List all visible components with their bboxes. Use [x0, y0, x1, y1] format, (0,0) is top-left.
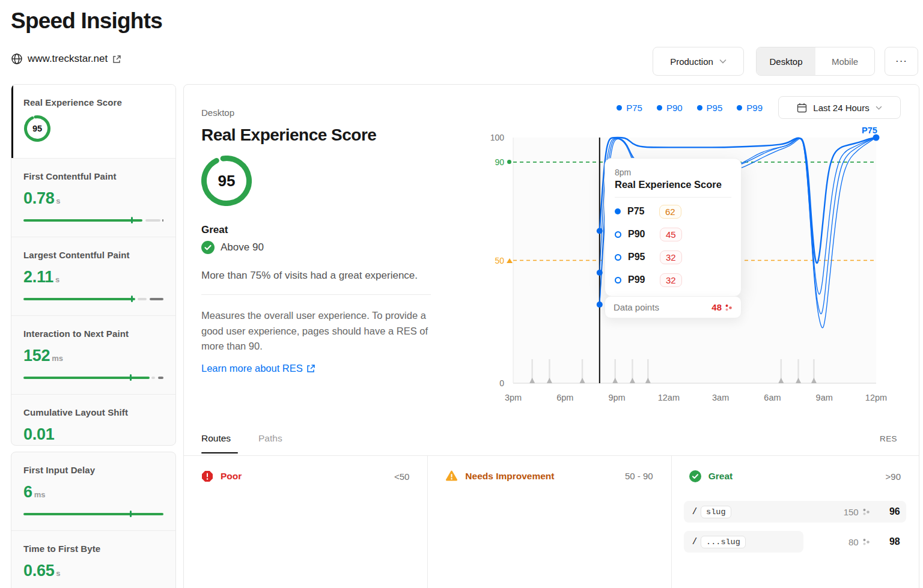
- tooltip-row-p95: P95 32: [615, 246, 731, 268]
- site-domain: www.treckstar.net: [28, 53, 108, 65]
- divider: [201, 294, 431, 295]
- data-points-pill: Data points 48: [605, 296, 742, 318]
- legend-item-p99[interactable]: P99: [737, 103, 763, 113]
- svg-text:95: 95: [32, 124, 42, 133]
- metric-label: Real Experience Score: [23, 97, 163, 108]
- tab-routes[interactable]: Routes: [201, 433, 231, 444]
- legend-dot: [737, 105, 742, 111]
- x-tick-label: 6am: [764, 393, 781, 402]
- category-range: >90: [886, 471, 901, 482]
- category-range: <50: [394, 471, 409, 482]
- res-column-label: RES: [880, 434, 897, 443]
- page-title: Speed Insights: [11, 8, 162, 34]
- poor-octagon-icon: [201, 470, 213, 482]
- sidebar-item-res[interactable]: Real Experience Score 95: [11, 85, 175, 158]
- category-poor: Poor <50: [184, 456, 428, 588]
- category-needs-improvement: Needs Improvement 50 - 90: [428, 456, 671, 588]
- x-tick-label: 9am: [816, 393, 833, 402]
- tooltip-row-p90: P90 45: [615, 223, 731, 246]
- res-score-ring: 95: [23, 115, 163, 145]
- chart-header: P75 P90 P95 P99 Last 24 Hours: [617, 96, 901, 119]
- category-great: Great >90 / slug 150 96: [672, 456, 919, 588]
- legend-dot: [697, 105, 702, 111]
- metric-unit: ms: [34, 490, 46, 499]
- sidebar-item-fcp[interactable]: First Contentful Paint 0.78s: [11, 158, 175, 237]
- tooltip-title: Real Experience Score: [615, 179, 731, 190]
- x-tick-label: 12pm: [865, 393, 887, 402]
- speed-insights-page: Speed Insights www.treckstar.net Product…: [0, 0, 923, 588]
- x-tick-label: 3am: [712, 393, 729, 402]
- green-threshold-dot: [507, 160, 511, 164]
- metric-value: 0.01: [23, 425, 54, 444]
- device-context-label: Desktop: [201, 108, 234, 118]
- divider: [615, 197, 731, 198]
- calendar-icon: [797, 103, 807, 113]
- external-link-icon: [306, 364, 315, 373]
- sidebar-item-ttfb[interactable]: Time to First Byte 0.65s: [11, 530, 175, 588]
- route-score: 96: [874, 506, 900, 517]
- metrics-sidebar: Real Experience Score 95 First Contentfu…: [11, 84, 176, 446]
- metric-unit: ms: [52, 354, 63, 363]
- sidebar-item-cls[interactable]: Cumulative Layout Shift 0.01: [11, 394, 175, 446]
- route-row-slug[interactable]: / slug 150 96: [684, 501, 906, 523]
- device-toggle-desktop[interactable]: Desktop: [757, 47, 815, 75]
- chevron-down-icon: [876, 106, 882, 110]
- sidebar-item-lcp[interactable]: Largest Contentful Paint 2.11s: [11, 237, 175, 315]
- svg-text:95: 95: [218, 172, 236, 190]
- metric-label: Interaction to Next Paint: [23, 329, 163, 339]
- route-count: 150: [844, 507, 859, 517]
- device-toggle-mobile[interactable]: Mobile: [815, 47, 874, 75]
- sidebar-item-fid[interactable]: First Input Delay 6ms: [11, 452, 175, 530]
- y-tick-label: 100: [480, 133, 504, 142]
- metric-threshold-bar: [23, 295, 163, 302]
- category-label: Needs Improvement: [465, 471, 554, 482]
- legend-item-p90[interactable]: P90: [657, 103, 683, 113]
- metric-label: First Contentful Paint: [23, 171, 163, 181]
- metric-threshold-bar: [23, 510, 163, 517]
- more-options-button[interactable]: ···: [885, 47, 918, 76]
- metric-value: 6: [23, 483, 32, 502]
- warning-triangle-icon: [445, 470, 458, 482]
- legend-dot: [657, 105, 662, 111]
- x-tick-label: 6pm: [556, 393, 573, 402]
- category-label: Poor: [221, 471, 242, 482]
- environment-select[interactable]: Production: [653, 47, 744, 76]
- tab-paths[interactable]: Paths: [258, 433, 282, 444]
- route-score: 98: [874, 536, 900, 547]
- series-dot-filled: [615, 208, 621, 214]
- metric-value: 2.11: [23, 268, 53, 286]
- rating-label: Great: [201, 224, 228, 236]
- routes-paths-tabs: Routes Paths RES: [184, 421, 919, 456]
- environment-label: Production: [670, 56, 713, 67]
- tooltip-row-p99: P99 32: [615, 268, 731, 291]
- device-toggle: Desktop Mobile: [756, 47, 875, 76]
- time-range-select[interactable]: Last 24 Hours: [778, 96, 901, 119]
- metrics-sidebar-secondary: First Input Delay 6ms Time to First Byte…: [11, 452, 176, 588]
- series-dot-hollow: [615, 254, 621, 261]
- legend-item-p95[interactable]: P95: [697, 103, 723, 113]
- data-points-count: 48: [711, 302, 722, 312]
- series-dot-hollow: [615, 277, 621, 283]
- x-tick-label: 9pm: [608, 393, 625, 402]
- active-tab-underline: [201, 452, 238, 453]
- route-row-catchall-slug[interactable]: / ...slug 80 98: [684, 531, 906, 553]
- metric-description: Measures the overall user experience. To…: [201, 308, 449, 354]
- scatter-dots-icon: [862, 538, 870, 546]
- metric-threshold-bar: [23, 216, 163, 223]
- check-circle-icon: [689, 470, 701, 482]
- rating-threshold-row: Above 90: [201, 241, 264, 254]
- metric-label: Time to First Byte: [23, 544, 163, 554]
- metric-label: Largest Contentful Paint: [23, 250, 163, 260]
- sidebar-item-inp[interactable]: Interaction to Next Paint 152ms: [11, 315, 175, 394]
- scatter-dots-icon: [862, 508, 870, 516]
- metric-value: 152: [23, 347, 50, 365]
- learn-more-link[interactable]: Learn more about RES: [201, 363, 315, 374]
- legend-item-p75[interactable]: P75: [617, 103, 642, 113]
- ellipsis-icon: ···: [895, 55, 907, 67]
- category-range: 50 - 90: [625, 471, 653, 481]
- chart-tooltip: 8pm Real Experience Score P75 62 P90 45 …: [605, 158, 742, 297]
- metric-threshold-bar: [23, 374, 163, 381]
- site-domain-link[interactable]: www.treckstar.net: [11, 53, 121, 65]
- external-link-icon: [112, 55, 121, 64]
- metric-title: Real Experience Score: [201, 126, 376, 145]
